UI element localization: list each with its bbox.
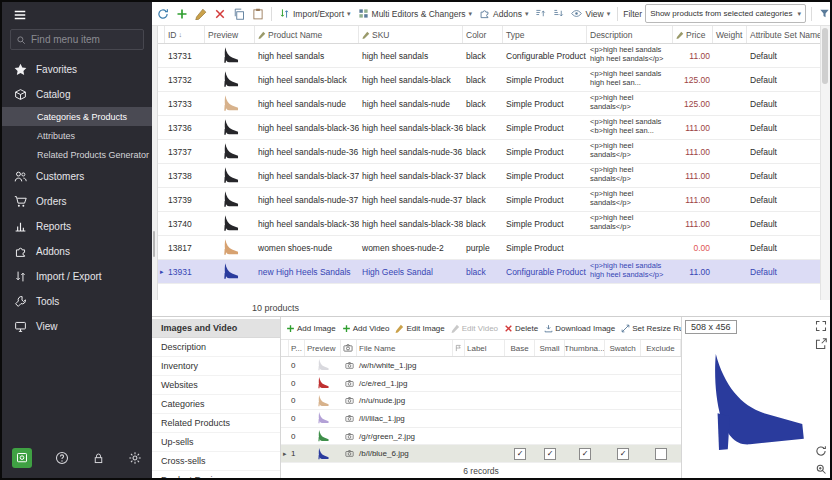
settings-button[interactable]	[128, 451, 142, 465]
rotate-button[interactable]	[815, 445, 827, 457]
sidebar-search-input[interactable]: Find menu item	[10, 29, 144, 50]
refresh-button[interactable]	[155, 6, 171, 22]
header-color[interactable]: Color	[463, 26, 503, 43]
splitter-grip[interactable]	[153, 231, 155, 257]
tab-inventory[interactable]: Inventory	[152, 357, 280, 376]
product-row[interactable]: 13737high heel sandals-nude-36high heel …	[157, 140, 830, 164]
header-preview[interactable]: Preview	[305, 340, 341, 356]
tab-product-reviews[interactable]: Product Reviews	[152, 471, 280, 480]
sidebar-item-import-export[interactable]: Import / Export	[2, 264, 152, 289]
header-label[interactable]: Label	[465, 340, 505, 356]
sidebar-item-attributes[interactable]: Attributes	[2, 126, 152, 145]
image-row-selected[interactable]: ▸1/b/l/blue_6.jpg✓✓✓✓	[281, 445, 681, 463]
copy-button[interactable]	[231, 6, 247, 22]
edit-product-button[interactable]	[193, 6, 209, 22]
sidebar-item-categories-products[interactable]: Categories & Products	[2, 107, 152, 126]
sidebar-item-reports[interactable]: Reports	[2, 214, 152, 239]
help-button[interactable]	[55, 451, 69, 465]
product-row[interactable]: 13739high heel sandals-nude-37high heel …	[157, 188, 830, 212]
zoom-button[interactable]	[815, 463, 827, 475]
product-row[interactable]: 13731high heel sandalshigh heel sandalsb…	[157, 44, 830, 68]
tab-categories[interactable]: Categories	[152, 395, 280, 414]
sort-asc-button[interactable]	[533, 6, 548, 21]
delete-product-button[interactable]	[212, 6, 228, 22]
tab-description[interactable]: Description	[152, 338, 280, 357]
tab-websites[interactable]: Websites	[152, 376, 280, 395]
sidebar-item-related-products-generator[interactable]: Related Products Generator	[2, 145, 152, 164]
vertical-scrollbar[interactable]	[820, 26, 830, 300]
product-row[interactable]: 13732high heel sandals-blackhigh heel sa…	[157, 68, 830, 92]
header-swatch[interactable]: Swatch	[605, 340, 641, 356]
header-thumbnail[interactable]: Thumbna...	[565, 340, 605, 356]
tab-related-products[interactable]: Related Products	[152, 414, 280, 433]
open-external-button[interactable]	[815, 338, 827, 350]
menu-button[interactable]	[2, 2, 152, 27]
sidebar-item-orders[interactable]: Orders	[2, 189, 152, 214]
header-small[interactable]: Small	[535, 340, 565, 356]
product-row[interactable]: 13817women shoes-nudewomen shoes-nude-2p…	[157, 236, 830, 260]
image-row[interactable]: 0/l/i/lilac_1.jpg	[281, 410, 681, 428]
lock-button[interactable]	[92, 452, 105, 465]
checkbox-base[interactable]: ✓	[514, 448, 526, 460]
filters-button[interactable]: Filters ▾	[817, 6, 830, 21]
filter-select[interactable]: Show products from selected categories ▾	[645, 4, 806, 23]
set-resize-rule-button[interactable]: Set Resize Rule▾	[621, 324, 681, 333]
product-row[interactable]: 13736high heel sandals-black-36high heel…	[157, 116, 830, 140]
add-product-button[interactable]	[174, 6, 190, 22]
header-exclude[interactable]: Exclude	[641, 340, 681, 356]
puzzle-icon	[14, 245, 27, 258]
header-base[interactable]: Base	[505, 340, 535, 356]
header-preview[interactable]: Preview	[205, 26, 255, 43]
delete-image-button[interactable]: Delete	[504, 324, 538, 333]
cell-file-name: /l/i/lilac_1.jpg	[357, 410, 453, 427]
chevron-down-icon: ▾	[525, 10, 529, 17]
addons-button[interactable]: Addons ▾	[477, 6, 530, 21]
checkbox-swatch[interactable]: ✓	[617, 448, 629, 460]
header-sku[interactable]: SKU	[359, 26, 463, 43]
scrollbar-thumb[interactable]	[822, 28, 828, 84]
sidebar-item-customers[interactable]: Customers	[2, 164, 152, 189]
sidebar-item-favorites[interactable]: Favorites	[2, 57, 152, 82]
header-description[interactable]: Description	[587, 26, 673, 43]
view-button[interactable]: View ▾	[569, 6, 612, 21]
edit-image-button[interactable]: Edit Image	[395, 324, 444, 333]
camera-icon	[341, 392, 357, 409]
sidebar-item-catalog[interactable]: Catalog	[2, 82, 152, 107]
sidebar-item-view[interactable]: View	[2, 314, 152, 339]
add-image-button[interactable]: Add Image	[286, 324, 336, 333]
panel-splitter[interactable]	[152, 26, 158, 300]
header-file-name[interactable]: File Name	[357, 340, 453, 356]
header-id[interactable]: ID↓	[165, 26, 205, 43]
sort-desc-button[interactable]	[551, 6, 566, 21]
tab-cross-sells[interactable]: Cross-sells	[152, 452, 280, 471]
store-button[interactable]	[12, 448, 32, 468]
image-row[interactable]: 0/c/e/red_1.jpg	[281, 375, 681, 393]
header-type[interactable]: Type	[503, 26, 587, 43]
image-row[interactable]: 0/n/u/nude.jpg	[281, 392, 681, 410]
image-row[interactable]: 0/g/r/green_2.jpg	[281, 428, 681, 446]
header-attribute-set[interactable]: Attribute Set Name	[747, 26, 830, 43]
paste-button[interactable]	[250, 6, 266, 22]
sidebar-item-tools[interactable]: Tools	[2, 289, 152, 314]
download-image-button[interactable]: Download Image	[544, 324, 615, 333]
header-product-name[interactable]: Product Name	[255, 26, 359, 43]
header-weight[interactable]: Weight	[713, 26, 747, 43]
product-row-selected[interactable]: ▸13931new High Heels SandalsHigh Geels S…	[157, 260, 830, 284]
checkbox-small[interactable]: ✓	[544, 448, 556, 460]
sidebar-item-addons[interactable]: Addons	[2, 239, 152, 264]
tab-up-sells[interactable]: Up-sells	[152, 433, 280, 452]
product-row[interactable]: 13740high heel sandals-black-38high heel…	[157, 212, 830, 236]
product-row[interactable]: 13738high heel sandals-black-37high heel…	[157, 164, 830, 188]
product-row[interactable]: 13733high heel sandals-nudehigh heel san…	[157, 92, 830, 116]
header-position[interactable]: P...	[289, 340, 305, 356]
multi-editors-button[interactable]: Multi Editors & Changers ▾	[356, 6, 475, 21]
checkbox-exclude[interactable]	[655, 448, 667, 460]
cell-weight	[713, 44, 747, 67]
import-export-button[interactable]: Import/Export ▾	[277, 6, 353, 21]
checkbox-thumbnail[interactable]: ✓	[579, 448, 591, 460]
fullscreen-button[interactable]	[815, 320, 827, 332]
header-price[interactable]: Price	[673, 26, 713, 43]
add-video-button[interactable]: Add Video	[342, 324, 390, 333]
image-row[interactable]: 0/w/h/white_1.jpg	[281, 357, 681, 375]
tab-images-and-video[interactable]: Images and Video	[152, 319, 280, 338]
